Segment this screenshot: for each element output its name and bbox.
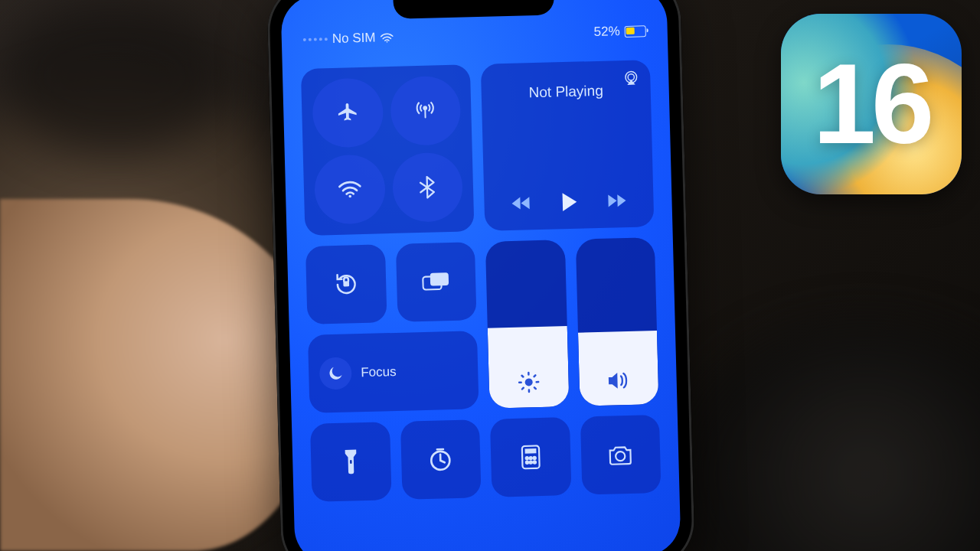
carrier-label: No SIM bbox=[332, 30, 376, 46]
svg-point-15 bbox=[533, 457, 535, 459]
screen-mirroring-icon bbox=[422, 271, 450, 293]
svg-rect-9 bbox=[350, 460, 352, 464]
brightness-slider[interactable] bbox=[485, 240, 569, 409]
timer-icon bbox=[428, 447, 453, 472]
svg-point-14 bbox=[529, 457, 531, 459]
svg-point-2 bbox=[348, 195, 351, 198]
calculator-button[interactable] bbox=[490, 417, 571, 497]
brightness-sun-icon bbox=[517, 370, 541, 394]
play-button[interactable] bbox=[560, 192, 579, 213]
video-frame: No SIM 52% bbox=[0, 0, 980, 551]
status-left: No SIM bbox=[303, 30, 394, 47]
svg-point-13 bbox=[525, 457, 528, 459]
bluetooth-toggle[interactable] bbox=[391, 152, 463, 223]
now-playing-title: Not Playing bbox=[495, 82, 637, 103]
volume-speaker-icon bbox=[607, 370, 631, 392]
svg-rect-7 bbox=[430, 272, 449, 285]
svg-point-4 bbox=[628, 74, 634, 80]
brightness-fill bbox=[488, 326, 569, 408]
phone-screen: No SIM 52% bbox=[280, 0, 681, 551]
airplane-icon bbox=[336, 101, 360, 125]
background-blur bbox=[0, 0, 230, 153]
battery-percent-label: 52% bbox=[593, 24, 620, 40]
focus-label: Focus bbox=[361, 364, 397, 380]
flashlight-icon bbox=[342, 448, 360, 475]
screen-mirroring-button[interactable] bbox=[395, 242, 476, 322]
status-right: 52% bbox=[593, 23, 646, 40]
wifi-toggle[interactable] bbox=[314, 154, 386, 224]
cellular-antenna-icon bbox=[413, 99, 437, 122]
timer-button[interactable] bbox=[400, 419, 481, 500]
battery-icon bbox=[625, 25, 646, 37]
wifi-icon bbox=[380, 32, 393, 42]
orientation-lock-toggle[interactable] bbox=[305, 244, 387, 324]
now-playing-tile[interactable]: Not Playing bbox=[481, 60, 655, 231]
svg-rect-12 bbox=[524, 448, 536, 454]
volume-slider[interactable] bbox=[575, 237, 658, 406]
svg-point-0 bbox=[386, 41, 387, 42]
svg-point-8 bbox=[524, 378, 532, 386]
cellular-data-toggle[interactable] bbox=[390, 76, 462, 146]
airplay-icon[interactable] bbox=[622, 69, 640, 86]
ios16-badge: 16 bbox=[781, 14, 962, 194]
svg-point-16 bbox=[526, 461, 528, 464]
previous-track-button[interactable] bbox=[511, 195, 534, 211]
focus-moon-container bbox=[319, 357, 352, 390]
iphone-device: No SIM 52% bbox=[266, 0, 695, 551]
svg-point-17 bbox=[530, 461, 532, 464]
airplane-mode-toggle[interactable] bbox=[312, 77, 384, 148]
rotation-lock-icon bbox=[333, 271, 360, 298]
control-center: Not Playing bbox=[301, 60, 662, 502]
camera-icon bbox=[607, 444, 634, 466]
ios16-label: 16 bbox=[781, 14, 962, 194]
focus-button[interactable]: Focus bbox=[308, 331, 479, 413]
wifi-icon bbox=[338, 180, 361, 199]
display-notch bbox=[393, 0, 554, 19]
connectivity-group[interactable] bbox=[301, 64, 475, 236]
status-bar: No SIM 52% bbox=[282, 21, 668, 50]
camera-button[interactable] bbox=[580, 415, 661, 495]
next-track-button[interactable] bbox=[605, 193, 627, 209]
battery-fill bbox=[626, 27, 635, 34]
svg-point-18 bbox=[533, 461, 535, 463]
bluetooth-icon bbox=[417, 175, 438, 199]
flashlight-button[interactable] bbox=[310, 422, 391, 502]
moon-icon bbox=[327, 365, 345, 383]
calculator-icon bbox=[521, 445, 541, 470]
signal-dots-icon bbox=[303, 37, 328, 41]
volume-fill bbox=[578, 331, 659, 406]
svg-point-19 bbox=[616, 452, 625, 461]
background-blur bbox=[674, 321, 980, 551]
